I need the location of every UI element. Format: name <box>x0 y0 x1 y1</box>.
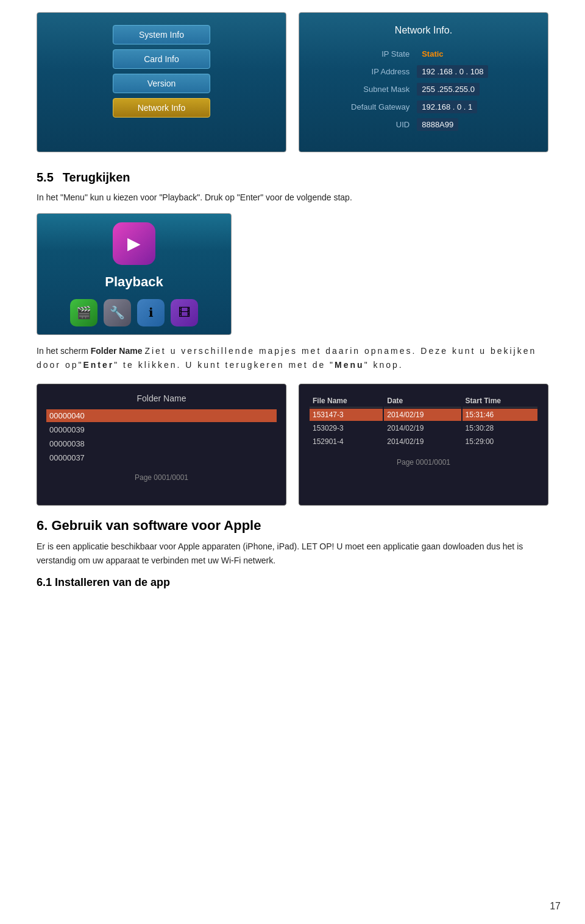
section-5-5-heading: 5.5 Terugkijken <box>37 171 548 185</box>
file-column-header: File Name <box>310 395 383 407</box>
file-name-screenshot: File NameDateStart Time 153147-32014/02/… <box>299 384 548 506</box>
file-column-header: Date <box>384 395 461 407</box>
network-value: 192.168 . 0 . 1 <box>417 101 477 113</box>
app-icon-1: 🎬 <box>70 299 98 326</box>
file-cell: 153029-3 <box>310 422 383 434</box>
menu-btn-version: Version <box>113 74 210 93</box>
folder-screen-title: Folder Name <box>46 393 277 403</box>
section-6-1-heading: 6.1 Installeren van de app <box>37 576 548 589</box>
section-6-number: 6. <box>37 518 48 533</box>
file-cell: 15:29:00 <box>463 436 537 448</box>
network-label: UID <box>308 116 413 133</box>
network-info-table: IP StateStaticIP Address192 .168 . 0 . 1… <box>308 45 539 133</box>
playback-bottom-icons: 🎬 🔧 ℹ 🎞 <box>70 299 198 326</box>
section-6-para: Er is een applicatie beschikbaar voor Ap… <box>37 540 548 567</box>
app-icon-2: 🔧 <box>104 299 131 326</box>
file-row: 152901-42014/02/1915:29:00 <box>310 436 537 448</box>
folder-item: 00000038 <box>46 437 277 450</box>
file-row: 153029-32014/02/1915:30:28 <box>310 422 537 434</box>
network-value: Static <box>417 48 448 60</box>
menu-btn-network-info: Network Info <box>113 98 210 118</box>
network-label: Subnet Mask <box>308 80 413 98</box>
section-5-5-para1: In het "Menu" kun u kiezen voor "Playbac… <box>37 191 548 204</box>
network-info-title: Network Info. <box>308 25 539 36</box>
network-label: Default Gateway <box>308 98 413 116</box>
section-5-5-para2: In het scherm Folder Name Ziet u verschi… <box>37 344 548 372</box>
file-cell: 2014/02/19 <box>384 436 461 448</box>
playback-app-icon: ▶ <box>113 222 155 265</box>
file-row: 153147-32014/02/1915:31:46 <box>310 409 537 421</box>
folder-item: 00000037 <box>46 451 277 464</box>
network-value: 8888A99 <box>417 118 458 131</box>
section-5-5-title: Terugkijken <box>63 171 130 185</box>
system-info-screenshot: System InfoCard InfoVersionNetwork Info <box>37 12 286 152</box>
network-info-screenshot: Network Info. IP StateStaticIP Address19… <box>299 12 548 152</box>
file-cell: 153147-3 <box>310 409 383 421</box>
file-cell: 152901-4 <box>310 436 383 448</box>
app-icon-3: ℹ <box>137 299 165 326</box>
section-6-1-title: Installeren van de app <box>55 576 170 588</box>
file-cell: 15:30:28 <box>463 422 537 434</box>
folder-name-bold: Folder Name <box>91 346 143 356</box>
section-6-heading: 6. Gebruik van software voor Apple <box>37 518 548 534</box>
folder-page-info: Page 0001/0001 <box>46 473 277 482</box>
file-page-info: Page 0001/0001 <box>308 458 539 467</box>
network-label: IP Address <box>308 63 413 80</box>
file-column-header: Start Time <box>463 395 537 407</box>
page-number: 17 <box>550 901 561 912</box>
network-value: 255 .255.255.0 <box>417 83 480 96</box>
folder-item: 00000040 <box>46 409 277 422</box>
playback-label: Playback <box>105 274 163 290</box>
folder-name-screenshot: Folder Name 0000004000000039000000380000… <box>37 384 286 506</box>
folder-item: 00000039 <box>46 423 277 436</box>
section-6-1-number: 6.1 <box>37 576 52 588</box>
file-cell: 2014/02/19 <box>384 409 461 421</box>
section-6-title: Gebruik van software voor Apple <box>51 518 261 533</box>
menu-btn-system-info: System Info <box>113 25 210 44</box>
top-screenshots-row: System InfoCard InfoVersionNetwork Info … <box>37 12 548 152</box>
app-icon-4: 🎞 <box>171 299 198 326</box>
file-cell: 2014/02/19 <box>384 422 461 434</box>
file-cell: 15:31:46 <box>463 409 537 421</box>
file-table: File NameDateStart Time 153147-32014/02/… <box>308 393 539 449</box>
bottom-screenshots-row: Folder Name 0000004000000039000000380000… <box>37 384 548 506</box>
network-value: 192 .168 . 0 . 108 <box>417 65 488 78</box>
playback-screenshot: ▶ Playback 🎬 🔧 ℹ 🎞 <box>37 213 232 335</box>
section-5-5-number: 5.5 <box>37 171 54 185</box>
menu-btn-card-info: Card Info <box>113 49 210 69</box>
network-label: IP State <box>308 45 413 63</box>
